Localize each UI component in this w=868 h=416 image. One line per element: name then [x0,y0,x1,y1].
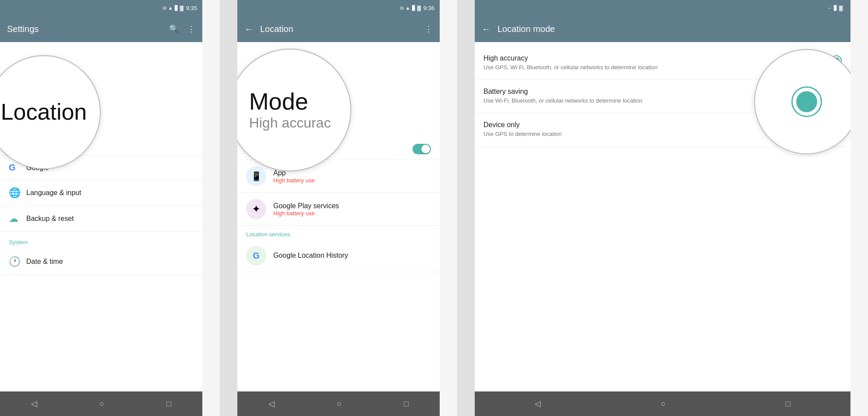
status-icons-2: ⊖ ▲ ▊ ▓ [400,5,421,11]
back-button-3[interactable]: ◁ [526,395,550,412]
magnifier-mode-text: Mode [249,89,331,113]
recents-button-2[interactable]: □ [395,396,417,412]
status-icons-3: ← ▊ ▓ [827,5,843,11]
datetime-item[interactable]: 🕐 Date & time [0,249,202,275]
panel-3: ← ▊ ▓ ← Location mode High accuracy Use … [475,0,850,416]
time-display-2: 9:36 [423,5,434,11]
app-title-3: Location mode [498,24,843,34]
backup-item[interactable]: ☁ Backup & reset [0,206,202,232]
location-content: Mode High accurac 📱 App High battery use… [237,42,440,391]
wifi-icon: ▲ [168,5,173,11]
app-title-2: Location [260,24,425,34]
signal-bars-icon-2: ▊ [412,5,416,11]
location-toggle[interactable] [413,144,431,154]
status-bar-2: ⊖ ▲ ▊ ▓ 9:36 [237,0,440,16]
app-title-1: Settings [7,24,169,34]
app-bar-icons-2: ⋮ [425,24,433,34]
datetime-icon: 🕐 [9,256,26,267]
nav-bar-1: ◁ ○ □ [0,391,202,416]
google-play-item[interactable]: ✦ Google Play services High battery use [237,193,440,226]
recents-button-1[interactable]: □ [158,396,180,412]
magnifier-text: Location [1,100,87,124]
panel-gap-2 [457,0,475,416]
battery-icon: ▓ [180,5,183,11]
nav-bar-2: ◁ ○ □ [237,391,440,416]
app-location-icon: 📱 [246,166,266,186]
language-label: Language & input [26,189,81,197]
location-services-header: Location services [237,226,440,239]
google-history-title: Google Location History [273,252,348,260]
google-history-icon: G [246,245,266,266]
back-icon-3[interactable]: ← [482,24,490,34]
language-item[interactable]: 🌐 Language & input [0,180,202,206]
back-button-1[interactable]: ◁ [22,395,46,412]
app-location-sub: High battery use [273,177,315,184]
google-location-history-item[interactable]: G Google Location History [237,239,440,272]
google-history-info: Google Location History [273,252,348,260]
status-bar-1: ⊖ ▲ ▊ ▓ 9:35 [0,0,202,16]
status-bar-3: ← ▊ ▓ [475,0,850,16]
app-bar-1: Settings 🔍 ⋮ [0,16,202,42]
radio-inner-dot [796,91,817,112]
home-button-2[interactable]: ○ [328,396,350,412]
radio-selected-visual [791,86,822,117]
magnifier-content: Mode High accurac [240,81,340,140]
signal-icon: ⊖ [162,5,166,11]
search-icon[interactable]: 🔍 [169,24,179,34]
language-icon: 🌐 [9,187,26,199]
more-options-icon[interactable]: ⋮ [187,24,195,34]
more-options-icon-2[interactable]: ⋮ [425,24,433,34]
magnifier-sub-text: High accurac [249,115,331,131]
back-status-icon: ← [827,5,832,11]
app-bar-3: ← Location mode [475,16,850,42]
system-section-header: System [0,232,202,249]
panel-1: ⊖ ▲ ▊ ▓ 9:35 Settings 🔍 ⋮ Location 👤 Acc… [0,0,202,416]
google-play-sub: High battery use [273,210,339,217]
google-play-title: Google Play services [273,202,339,210]
status-icons-1: ⊖ ▲ ▊ ▓ [162,5,183,11]
nav-bar-3: ◁ ○ □ [475,391,850,416]
recents-button-3[interactable]: □ [777,396,799,412]
signal-bars-icon-3: ▊ [834,5,837,11]
time-display-1: 9:35 [186,5,197,11]
back-icon-2[interactable]: ← [244,24,253,34]
panel-2: ⊖ ▲ ▊ ▓ 9:36 ← Location ⋮ Mode High accu… [237,0,440,416]
settings-content: Location 👤 Accounts G Google 🌐 Language … [0,42,202,391]
backup-label: Backup & reset [26,215,74,223]
battery-icon-2: ▓ [417,5,421,11]
google-play-icon: ✦ [246,199,266,219]
home-button-1[interactable]: ○ [91,396,113,412]
back-button-2[interactable]: ◁ [260,395,283,412]
location-mode-content: High accuracy Use GPS, Wi-Fi, Bluetooth,… [475,42,850,391]
app-bar-icons-1: 🔍 ⋮ [169,24,195,34]
home-button-3[interactable]: ○ [652,396,674,412]
backup-icon: ☁ [9,213,26,224]
panel-gap-1 [220,0,237,416]
datetime-label: Date & time [26,258,63,266]
battery-icon-3: ▓ [839,5,843,11]
google-play-info: Google Play services High battery use [273,202,339,217]
signal-icon-2: ⊖ [400,5,404,11]
wifi-icon-2: ▲ [406,5,410,11]
app-bar-2: ← Location ⋮ [237,16,440,42]
signal-bars-icon: ▊ [175,5,178,11]
